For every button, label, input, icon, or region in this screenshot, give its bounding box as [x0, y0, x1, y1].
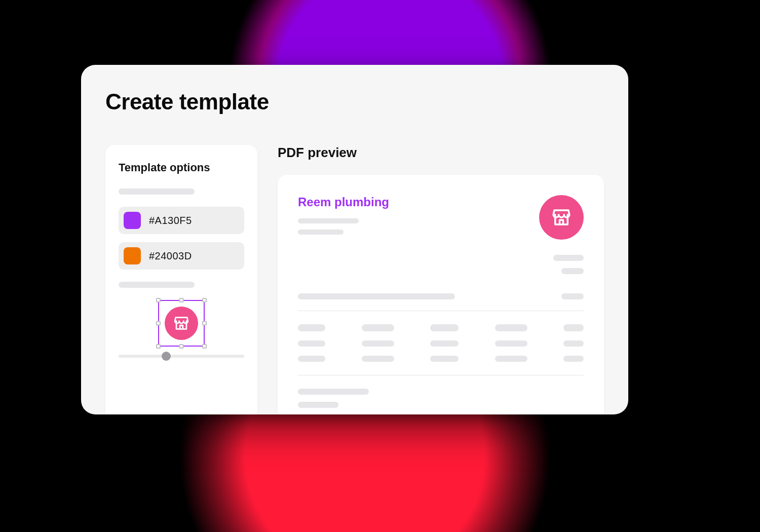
company-address-placeholder: [298, 218, 389, 235]
secondary-color-hex: #24003D: [149, 250, 192, 262]
placeholder-line: [119, 188, 195, 195]
company-logo: [539, 195, 584, 240]
secondary-color-picker[interactable]: #24003D: [119, 242, 244, 270]
resize-handle[interactable]: [202, 321, 207, 326]
resize-handle[interactable]: [179, 298, 184, 302]
logo-size-slider[interactable]: [119, 355, 244, 358]
store-icon: [173, 315, 190, 332]
primary-color-swatch: [124, 212, 141, 229]
logo-preview: [165, 307, 198, 340]
pdf-preview-document: Reem plumbing: [278, 175, 604, 414]
page-title: Create template: [105, 89, 604, 115]
resize-handle[interactable]: [156, 321, 161, 326]
divider: [298, 311, 584, 311]
primary-color-picker[interactable]: #A130F5: [119, 207, 244, 234]
resize-handle[interactable]: [179, 344, 184, 349]
invoice-meta-placeholder: [298, 255, 584, 281]
resize-handle[interactable]: [156, 344, 161, 349]
invoice-subhead-placeholder: [298, 293, 584, 299]
divider: [298, 375, 584, 375]
primary-color-hex: #A130F5: [149, 215, 192, 226]
preview-section: PDF preview Reem plumbing: [278, 145, 604, 414]
template-editor-card: Create template Template options #A130F5…: [81, 65, 628, 414]
store-icon: [551, 207, 572, 228]
resize-handle[interactable]: [202, 298, 207, 302]
secondary-color-swatch: [124, 247, 141, 264]
resize-handle[interactable]: [202, 344, 207, 349]
invoice-footer-placeholder: [298, 389, 584, 408]
line-items-placeholder: [298, 324, 584, 362]
preview-heading: PDF preview: [278, 145, 604, 161]
company-name: Reem plumbing: [298, 195, 389, 209]
slider-thumb[interactable]: [162, 352, 171, 361]
logo-crop-frame[interactable]: [158, 300, 205, 347]
template-options-heading: Template options: [119, 161, 244, 174]
template-options-panel: Template options #A130F5 #24003D: [105, 145, 257, 414]
resize-handle[interactable]: [156, 298, 161, 302]
placeholder-line: [119, 282, 195, 288]
